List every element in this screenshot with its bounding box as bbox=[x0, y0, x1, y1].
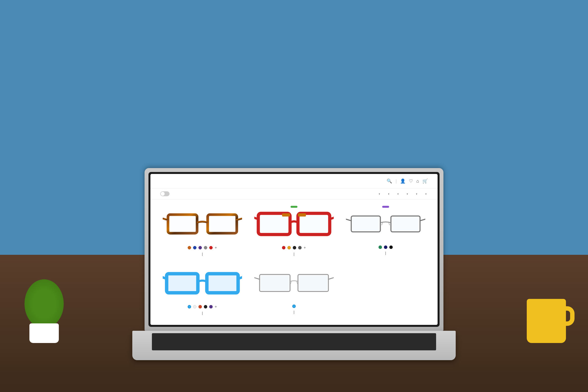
color-dot[interactable] bbox=[193, 305, 196, 308]
svg-rect-35 bbox=[299, 276, 328, 290]
product-orion[interactable]: + | bbox=[252, 204, 336, 256]
orion-image bbox=[252, 204, 336, 244]
fan-fave-badge bbox=[290, 206, 298, 208]
color-dot[interactable] bbox=[188, 246, 191, 250]
color-dot[interactable] bbox=[282, 246, 286, 250]
svg-line-19 bbox=[420, 219, 425, 221]
svg-rect-27 bbox=[209, 276, 236, 291]
dearborn-name: | bbox=[344, 251, 428, 255]
grady-price: | bbox=[202, 311, 203, 315]
svg-rect-13 bbox=[298, 214, 306, 216]
svg-rect-20 bbox=[352, 217, 379, 231]
filter-color[interactable]: ▾ bbox=[407, 192, 409, 195]
shape-chevron: ▾ bbox=[388, 192, 389, 195]
product-dearborn[interactable]: | bbox=[344, 204, 428, 256]
product-grady[interactable]: + | bbox=[160, 264, 244, 315]
nixon-image bbox=[252, 264, 336, 302]
orion-colors: + bbox=[252, 246, 336, 250]
svg-line-16 bbox=[382, 223, 382, 226]
orion-name: | bbox=[252, 252, 336, 256]
color-dot[interactable] bbox=[384, 246, 387, 249]
filter-shape[interactable]: ▾ bbox=[388, 192, 390, 195]
size-chevron: ▾ bbox=[379, 192, 380, 195]
face-chevron: ▾ bbox=[398, 192, 398, 195]
more-colors-icon[interactable]: + bbox=[214, 246, 217, 250]
filter-size[interactable]: ▾ bbox=[379, 192, 381, 195]
color-dot[interactable] bbox=[198, 246, 202, 250]
products-grid: + | bbox=[160, 204, 428, 315]
laptop: 🔍 | 👤 ♡ ⌂ 🛒 bbox=[132, 168, 456, 360]
try-on-toggle[interactable] bbox=[160, 191, 170, 196]
color-dot[interactable] bbox=[378, 246, 382, 249]
cart-icon[interactable]: 🛒 bbox=[422, 178, 428, 184]
icon-divider: | bbox=[396, 178, 397, 184]
svg-rect-11 bbox=[300, 215, 328, 233]
dearborn-colors bbox=[344, 246, 428, 249]
svg-line-32 bbox=[254, 278, 260, 279]
color-dot[interactable] bbox=[209, 305, 213, 308]
svg-line-2 bbox=[163, 218, 168, 220]
svg-line-24 bbox=[163, 277, 166, 278]
nixon-name: | bbox=[252, 310, 336, 314]
filter-bar: ▾ ▾ ▾ ▾ bbox=[150, 188, 438, 200]
website: 🔍 | 👤 ♡ ⌂ 🛒 bbox=[150, 174, 438, 325]
sort-chevron: ▾ bbox=[425, 192, 426, 195]
more-colors-icon[interactable]: + bbox=[214, 304, 217, 309]
color-dot[interactable] bbox=[288, 246, 291, 250]
alta-colors: + bbox=[160, 246, 244, 250]
new-badge bbox=[382, 206, 389, 208]
sort-button[interactable]: ▾ bbox=[425, 192, 428, 195]
color-dot[interactable] bbox=[193, 246, 196, 250]
svg-line-25 bbox=[238, 277, 242, 278]
keyboard: // Generate keyboard keys const kb = doc… bbox=[152, 333, 436, 350]
toggle-knob bbox=[161, 192, 165, 196]
svg-rect-4 bbox=[169, 216, 196, 232]
product-alta[interactable]: + | bbox=[160, 204, 244, 256]
svg-rect-12 bbox=[282, 214, 290, 216]
svg-rect-21 bbox=[392, 217, 419, 231]
screen-bezel: 🔍 | 👤 ♡ ⌂ 🛒 bbox=[148, 172, 440, 327]
grady-name: | bbox=[160, 311, 244, 315]
svg-rect-26 bbox=[168, 276, 196, 291]
color-dot[interactable] bbox=[188, 305, 191, 308]
orion-price: | bbox=[294, 252, 294, 256]
wishlist-icon[interactable]: ♡ bbox=[409, 178, 413, 184]
svg-line-31 bbox=[297, 282, 298, 284]
color-dot[interactable] bbox=[293, 246, 296, 250]
dearborn-image bbox=[344, 204, 428, 244]
material-chevron: ▾ bbox=[416, 192, 417, 195]
alta-image bbox=[160, 204, 244, 244]
filter-face-shape[interactable]: ▾ bbox=[398, 192, 400, 195]
grady-colors: + bbox=[160, 304, 244, 309]
account-icon[interactable]: 👤 bbox=[400, 178, 406, 184]
color-chevron: ▾ bbox=[407, 192, 408, 195]
color-dot[interactable] bbox=[298, 246, 302, 250]
alta-name: | bbox=[160, 252, 244, 256]
nixon-price: | bbox=[294, 310, 294, 314]
svg-rect-10 bbox=[260, 215, 288, 233]
color-dot[interactable] bbox=[198, 305, 202, 308]
try-on-toggle-wrap bbox=[160, 191, 172, 196]
products-area: + | bbox=[150, 200, 438, 325]
home-icon[interactable]: ⌂ bbox=[416, 178, 419, 184]
color-dot[interactable] bbox=[204, 246, 207, 250]
svg-line-18 bbox=[346, 219, 351, 221]
product-nixon[interactable]: | bbox=[252, 264, 336, 315]
svg-line-3 bbox=[237, 218, 241, 220]
grady-image bbox=[160, 264, 244, 302]
svg-rect-34 bbox=[261, 276, 289, 290]
color-dot[interactable] bbox=[389, 246, 393, 249]
search-icon[interactable]: 🔍 bbox=[386, 178, 392, 184]
filter-material[interactable]: ▾ bbox=[416, 192, 418, 195]
screen: 🔍 | 👤 ♡ ⌂ 🛒 bbox=[150, 174, 438, 325]
svg-line-17 bbox=[389, 223, 390, 226]
laptop-screen-lid: 🔍 | 👤 ♡ ⌂ 🛒 bbox=[144, 168, 444, 331]
color-dot[interactable] bbox=[292, 304, 296, 308]
color-dot[interactable] bbox=[209, 246, 213, 250]
mug-decoration bbox=[527, 299, 566, 343]
free-shipping-card bbox=[344, 264, 428, 315]
color-dot[interactable] bbox=[204, 305, 207, 308]
more-colors-icon[interactable]: + bbox=[304, 246, 306, 250]
alta-price: | bbox=[202, 252, 203, 256]
svg-rect-5 bbox=[209, 216, 236, 232]
